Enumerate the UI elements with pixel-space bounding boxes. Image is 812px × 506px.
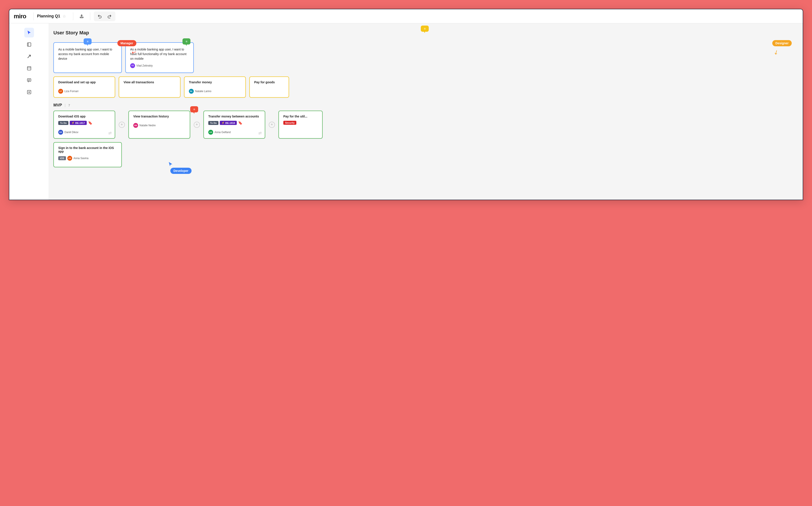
task-3-title: Transfer money between accounts bbox=[208, 114, 260, 118]
x-tool[interactable] bbox=[24, 87, 34, 97]
anna-s-avatar-badge: AS bbox=[67, 156, 72, 161]
epic-3-title: Transfer money bbox=[189, 80, 241, 84]
mvp-title: MVP bbox=[53, 103, 62, 107]
add-button-2[interactable]: + bbox=[194, 122, 200, 128]
move-icon-1: ⇄ bbox=[108, 131, 112, 136]
signin-title: Sign in to the bank account in the iOS a… bbox=[58, 146, 117, 153]
daniil-avatar: DD bbox=[58, 130, 63, 135]
board-title: Planning Q1 bbox=[37, 14, 60, 18]
arrow-tool[interactable] bbox=[24, 52, 34, 61]
bookmark-icon-1: 🔖 bbox=[88, 121, 92, 125]
chat-bubble-yellow: ≡ bbox=[421, 25, 429, 32]
task-1-user: DD Daniil Dikov bbox=[58, 130, 78, 135]
cursor-tool[interactable] bbox=[24, 28, 34, 37]
security-badge: Security bbox=[283, 121, 296, 125]
story-card-2-user: VZ Vlad Zelinskiy bbox=[130, 63, 153, 68]
svg-rect-1 bbox=[27, 43, 31, 46]
task-1-title: Download iOS app bbox=[58, 114, 110, 118]
svg-rect-4 bbox=[27, 67, 31, 70]
task-card-4: Pay for the util... Security bbox=[278, 111, 323, 139]
be-badge-3: ⚡ BE-1818 bbox=[220, 121, 236, 125]
epic-card-3: ≡ Transfer money NL Natalie Larino bbox=[184, 77, 246, 98]
undo-redo-group bbox=[94, 11, 115, 21]
natalie-l-avatar: NL bbox=[189, 89, 194, 94]
task-4-badges: Security bbox=[283, 121, 318, 125]
epic-3-user: NL Natalie Larino bbox=[189, 89, 241, 94]
lightning-icon-1: ⚡ bbox=[71, 121, 75, 124]
anna-s-name: Anna Savina bbox=[73, 157, 88, 160]
designer-badge-container: Designer bbox=[772, 40, 792, 46]
move-icon-3: ⇄ bbox=[258, 131, 262, 136]
story-cards-row: ≡ As a mobile banking app user, I want t… bbox=[53, 42, 796, 73]
mvp-header: MVP | 7 bbox=[53, 103, 796, 107]
epic-1-title: Download and set up app bbox=[58, 80, 110, 84]
mvp-cards-row1: Download iOS app To Do ⚡ BE-1817 🔖 D bbox=[53, 111, 796, 139]
ios-badge: iOS bbox=[58, 156, 66, 160]
developer-cursor-area: Developer bbox=[171, 168, 192, 174]
toolbar-divider2 bbox=[73, 12, 73, 20]
toolbar: miro Planning Q1 ☆ bbox=[9, 9, 803, 23]
redo-button[interactable] bbox=[105, 12, 115, 20]
lightning-icon-3: ⚡ bbox=[221, 121, 225, 124]
add-col-3: + bbox=[269, 111, 275, 139]
story-card-1: ≡ As a mobile banking app user, I want t… bbox=[53, 42, 122, 73]
undo-button[interactable] bbox=[95, 12, 105, 20]
anna-g-avatar: AG bbox=[208, 130, 213, 135]
add-col-2: + bbox=[194, 111, 200, 139]
toolbar-divider bbox=[33, 12, 33, 20]
task-card-3: Transfer money between accounts To Do ⚡ … bbox=[203, 111, 265, 139]
task-card-signin: Sign in to the bank account in the iOS a… bbox=[53, 142, 122, 167]
canvas: User Story Map Manager ↙ ≡ bbox=[9, 23, 803, 200]
chat-bubble-blue: ≡ bbox=[84, 38, 91, 45]
bookmark-icon-3: 🔖 bbox=[238, 121, 243, 125]
natalie-n-avatar: NN bbox=[133, 123, 138, 128]
mvp-section: MVP | 7 ≡ bbox=[53, 103, 796, 167]
add-button-3[interactable]: + bbox=[269, 122, 275, 128]
signin-badges: iOS AS Anna Savina bbox=[58, 156, 117, 161]
share-button[interactable] bbox=[77, 12, 86, 20]
epic-card-1: Download and set up app LF Liza Fornari bbox=[53, 77, 115, 98]
story-card-2: As a mobile banking app user, I want to … bbox=[125, 42, 194, 73]
epic-1-user: LF Liza Fornari bbox=[58, 89, 110, 94]
task-4-title: Pay for the util... bbox=[283, 114, 318, 118]
sidebar bbox=[9, 23, 49, 200]
task-2-user: NN Natalie Nedre bbox=[133, 123, 155, 128]
svg-line-3 bbox=[28, 55, 30, 58]
epic-card-4: Pay for goods bbox=[249, 77, 289, 98]
task-3-user: AG Anna Gelfand bbox=[208, 130, 230, 135]
task-2-title: View transaction history bbox=[133, 114, 185, 118]
mvp-count: 7 bbox=[68, 103, 70, 107]
task-card-1: Download iOS app To Do ⚡ BE-1817 🔖 D bbox=[53, 111, 115, 139]
frame-tool[interactable] bbox=[24, 40, 34, 50]
epic-2-title: View all transactions bbox=[124, 80, 176, 84]
mvp-cards-row2: Sign in to the bank account in the iOS a… bbox=[53, 142, 796, 167]
developer-cursor-icon bbox=[168, 162, 173, 168]
app-logo: miro bbox=[14, 13, 26, 20]
be-badge-1: ⚡ BE-1817 bbox=[70, 121, 86, 125]
task-3-badges: To Do ⚡ BE-1818 🔖 bbox=[208, 121, 260, 125]
epic-4-title: Pay for goods bbox=[254, 80, 284, 84]
developer-badge: Developer bbox=[171, 168, 192, 174]
chat-green-bubble: ≡ bbox=[183, 38, 190, 45]
manager-badge: Manager bbox=[117, 40, 136, 46]
story-card-1-text: As a mobile banking app user, I want to … bbox=[58, 47, 117, 61]
liza-avatar: LF bbox=[58, 89, 63, 94]
add-col-1: + bbox=[119, 111, 125, 139]
epic-cards-row: Download and set up app LF Liza Fornari … bbox=[53, 77, 796, 98]
epic-card-2: View all transactions bbox=[119, 77, 181, 98]
task-1-badges: To Do ⚡ BE-1817 🔖 bbox=[58, 121, 110, 125]
browser-window: miro Planning Q1 ☆ bbox=[9, 9, 803, 200]
task-card-2: View transaction history NN Natalie Nedr… bbox=[128, 111, 190, 139]
add-button-1[interactable]: + bbox=[119, 122, 125, 128]
note-tool[interactable] bbox=[24, 75, 34, 85]
todo-badge-1: To Do bbox=[58, 121, 68, 125]
mvp-chat-bubble: ≡ bbox=[190, 106, 198, 112]
mvp-divider: | bbox=[65, 103, 66, 107]
section-title: User Story Map bbox=[53, 30, 89, 36]
star-icon[interactable]: ☆ bbox=[62, 14, 66, 19]
todo-badge-3: To Do bbox=[208, 121, 218, 125]
vlad-avatar: VZ bbox=[130, 63, 135, 68]
designer-badge: Designer bbox=[772, 40, 792, 46]
shape-tool[interactable] bbox=[24, 64, 34, 73]
manager-badge-container: Manager bbox=[117, 40, 136, 46]
